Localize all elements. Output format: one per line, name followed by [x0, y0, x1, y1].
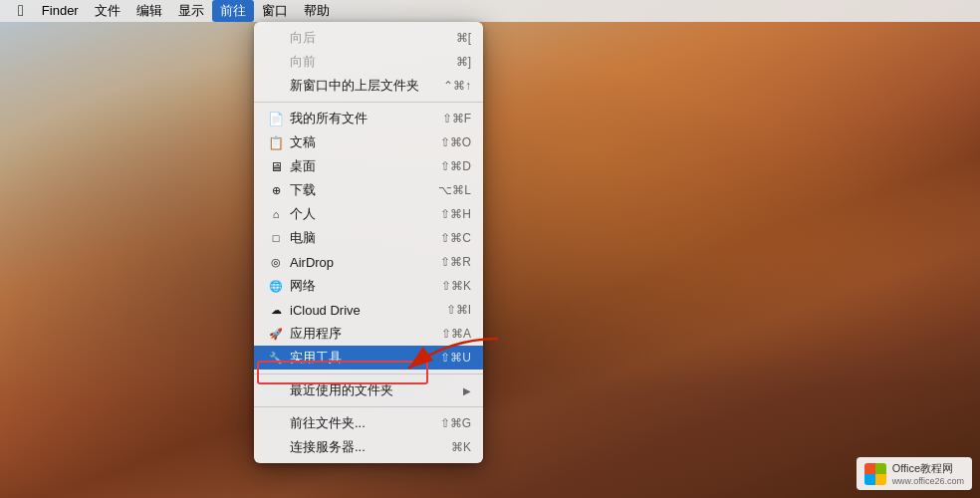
separator-2	[254, 374, 483, 374]
allfiles-shortcut: ⇧⌘F	[442, 112, 471, 125]
menu-item-downloads[interactable]: ⊕ 下载 ⌥⌘L	[254, 178, 483, 202]
menubar-window[interactable]: 窗口	[254, 0, 296, 22]
recents-label: 最近使用的文件夹	[290, 381, 463, 399]
allfiles-label: 我的所有文件	[290, 110, 442, 127]
icloud-icon: ☁	[266, 304, 286, 317]
icloud-shortcut: ⇧⌘I	[446, 303, 471, 317]
back-label: 向后	[290, 29, 456, 47]
desktop:  Finder 文件 编辑 显示 前往 窗口 帮助 向后 ⌘[ 向前 ⌘] 新…	[0, 0, 980, 498]
recents-arrow: ▶	[463, 385, 471, 396]
desktop-label: 桌面	[290, 157, 440, 175]
menubar-finder[interactable]: Finder	[34, 0, 87, 22]
watermark: Office教程网 www.office26.com	[857, 457, 972, 490]
menu-item-enclosing[interactable]: 新窗口中的上层文件夹 ⌃⌘↑	[254, 74, 483, 98]
menubar-view[interactable]: 显示	[170, 0, 212, 22]
utilities-icon: 🔧	[266, 352, 286, 365]
background-overlay	[0, 0, 980, 498]
separator-1	[254, 102, 483, 103]
menu-item-desktop[interactable]: 🖥 桌面 ⇧⌘D	[254, 154, 483, 178]
watermark-subtext: www.office26.com	[892, 476, 964, 486]
menu-item-applications[interactable]: 🚀 应用程序 ⇧⌘A	[254, 322, 483, 346]
documents-label: 文稿	[290, 133, 440, 151]
gotofolder-label: 前往文件夹...	[290, 414, 440, 432]
menubar-file[interactable]: 文件	[87, 0, 128, 22]
enclosing-shortcut: ⌃⌘↑	[443, 79, 471, 93]
utilities-shortcut: ⇧⌘U	[440, 351, 471, 365]
menu-item-back[interactable]: 向后 ⌘[	[254, 26, 483, 50]
connectserver-label: 连接服务器...	[290, 438, 451, 456]
menu-item-documents[interactable]: 📋 文稿 ⇧⌘O	[254, 130, 483, 154]
icloud-label: iCloud Drive	[290, 303, 446, 318]
apple-menu[interactable]: 	[8, 0, 34, 22]
documents-icon: 📋	[266, 135, 286, 150]
forward-shortcut: ⌘]	[456, 55, 471, 69]
utilities-label: 实用工具	[290, 349, 440, 367]
applications-icon: 🚀	[266, 328, 286, 341]
home-label: 个人	[290, 205, 440, 223]
home-shortcut: ⇧⌘H	[440, 207, 471, 221]
gotofolder-shortcut: ⇧⌘G	[440, 416, 471, 430]
back-shortcut: ⌘[	[456, 31, 471, 45]
menubar:  Finder 文件 编辑 显示 前往 窗口 帮助	[0, 0, 980, 22]
allfiles-icon: 📄	[266, 112, 286, 126]
connectserver-shortcut: ⌘K	[451, 440, 471, 454]
desktop-icon: 🖥	[266, 159, 286, 174]
airdrop-label: AirDrop	[290, 255, 440, 270]
network-label: 网络	[290, 277, 441, 295]
separator-3	[254, 406, 483, 407]
downloads-shortcut: ⌥⌘L	[438, 183, 471, 197]
home-icon: ⌂	[266, 208, 286, 220]
desktop-shortcut: ⇧⌘D	[440, 159, 471, 173]
network-icon: 🌐	[266, 280, 286, 293]
network-shortcut: ⇧⌘K	[441, 279, 471, 293]
menu-item-home[interactable]: ⌂ 个人 ⇧⌘H	[254, 202, 483, 226]
enclosing-label: 新窗口中的上层文件夹	[290, 77, 443, 95]
menu-item-icloud[interactable]: ☁ iCloud Drive ⇧⌘I	[254, 298, 483, 322]
watermark-text: Office教程网	[892, 461, 964, 476]
menu-item-allfiles[interactable]: 📄 我的所有文件 ⇧⌘F	[254, 107, 483, 130]
go-menu-dropdown: 向后 ⌘[ 向前 ⌘] 新窗口中的上层文件夹 ⌃⌘↑ 📄 我的所有文件 ⇧⌘F …	[254, 22, 483, 463]
menubar-edit[interactable]: 编辑	[128, 0, 170, 22]
menu-item-network[interactable]: 🌐 网络 ⇧⌘K	[254, 274, 483, 298]
menubar-go[interactable]: 前往	[212, 0, 254, 22]
menu-item-airdrop[interactable]: ◎ AirDrop ⇧⌘R	[254, 250, 483, 274]
menu-item-connectserver[interactable]: 连接服务器... ⌘K	[254, 435, 483, 459]
downloads-icon: ⊕	[266, 184, 286, 197]
applications-label: 应用程序	[290, 325, 441, 343]
documents-shortcut: ⇧⌘O	[440, 135, 471, 149]
menubar-help[interactable]: 帮助	[296, 0, 338, 22]
menu-item-forward[interactable]: 向前 ⌘]	[254, 50, 483, 74]
computer-icon: □	[266, 232, 286, 244]
menu-item-utilities[interactable]: 🔧 实用工具 ⇧⌘U	[254, 346, 483, 370]
computer-label: 电脑	[290, 229, 440, 247]
airdrop-icon: ◎	[266, 256, 286, 269]
menu-item-computer[interactable]: □ 电脑 ⇧⌘C	[254, 226, 483, 250]
forward-label: 向前	[290, 53, 456, 71]
airdrop-shortcut: ⇧⌘R	[440, 255, 471, 269]
menu-item-recents[interactable]: 最近使用的文件夹 ▶	[254, 378, 483, 402]
computer-shortcut: ⇧⌘C	[440, 231, 471, 245]
applications-shortcut: ⇧⌘A	[441, 327, 471, 341]
downloads-label: 下载	[290, 181, 438, 199]
menu-item-gotofolder[interactable]: 前往文件夹... ⇧⌘G	[254, 411, 483, 435]
